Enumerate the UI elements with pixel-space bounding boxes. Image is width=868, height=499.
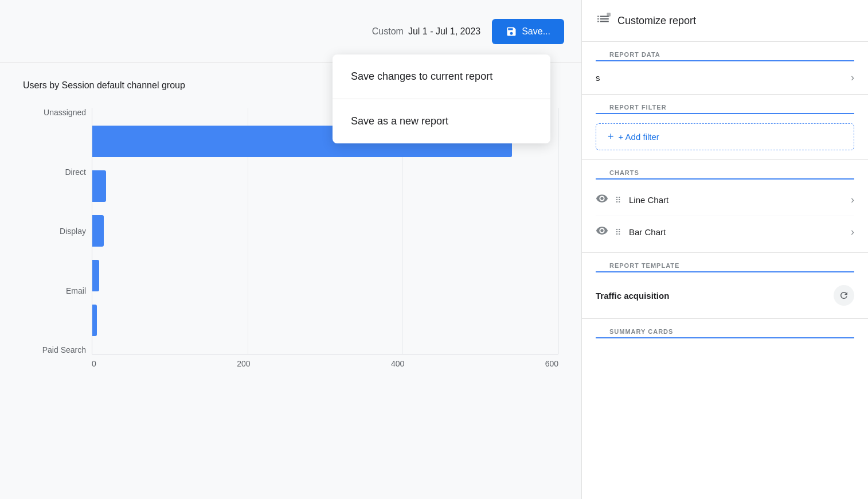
line-chart-eye-icon (596, 192, 608, 208)
template-name: Traffic acquisition (596, 291, 669, 301)
save-button-label: Save... (522, 26, 550, 37)
save-current-report-label: Save changes to current report (351, 71, 492, 83)
bar-chart-label: Bar Chart (629, 227, 844, 237)
bar-chart-row[interactable]: ⠿ Bar Chart › (596, 216, 854, 248)
header-bar: Custom Jul 1 - Jul 1, 2023 Save... Save … (0, 0, 581, 63)
add-filter-button[interactable]: + + Add filter (596, 123, 854, 150)
summary-cards-label: SUMMARY CARDS (609, 328, 840, 335)
line-chart-dots-icon: ⠿ (615, 196, 622, 205)
date-range: Jul 1 - Jul 1, 2023 (408, 26, 480, 37)
y-label-display: Display (23, 227, 86, 236)
y-label-unassigned: Unassigned (23, 108, 86, 117)
line-chart-row[interactable]: ⠿ Line Chart › (596, 184, 854, 216)
panel-title: Customize report (617, 15, 696, 27)
bar-chart-dots-icon: ⠿ (615, 228, 622, 237)
x-label-200: 200 (237, 359, 250, 368)
bar-display (92, 215, 104, 247)
line-chart-chevron: › (851, 194, 854, 206)
report-template-section: REPORT TEMPLATE Traffic acquisition (582, 253, 868, 319)
svg-rect-0 (607, 13, 611, 17)
refresh-template-button[interactable] (834, 285, 854, 306)
add-filter-plus: + (608, 131, 614, 143)
save-dropdown-menu: Save changes to current report Save as a… (333, 54, 550, 143)
report-data-row-1-label: s (596, 73, 600, 83)
bar-row-paid-search (92, 306, 558, 334)
chart-plot (92, 108, 558, 354)
bar-row-email (92, 261, 558, 290)
x-label-600: 600 (545, 359, 558, 368)
filter-section: + + Add filter (582, 114, 868, 160)
date-label: Custom (372, 26, 404, 37)
bar-paid-search (92, 305, 97, 336)
template-row: Traffic acquisition (596, 277, 854, 314)
bar-chart-eye-icon (596, 224, 608, 240)
grid-line-3 (558, 108, 559, 354)
template-content: Traffic acquisition (582, 272, 868, 319)
report-data-label: REPORT DATA (609, 51, 840, 58)
bar-row-direct (92, 172, 558, 201)
line-chart-label: Line Chart (629, 195, 844, 205)
customize-report-icon (596, 11, 611, 30)
report-data-chevron-1: › (851, 72, 854, 84)
right-panel: Customize report REPORT DATA s › REPORT … (581, 0, 868, 499)
save-icon (506, 26, 517, 37)
report-data-rows: s › (582, 61, 868, 95)
panel-header: Customize report (582, 0, 868, 42)
charts-label: CHARTS (609, 169, 840, 176)
template-label: REPORT TEMPLATE (609, 262, 840, 269)
x-label-400: 400 (391, 359, 404, 368)
summary-cards-section: SUMMARY CARDS (582, 319, 868, 338)
refresh-icon (839, 290, 849, 301)
save-current-report-item[interactable]: Save changes to current report (333, 54, 550, 99)
chart-types: ⠿ Line Chart › ⠿ Bar Chart › (582, 180, 868, 253)
add-filter-label: + Add filter (619, 132, 659, 142)
bar-chart-chevron: › (851, 226, 854, 238)
report-filter-label: REPORT FILTER (609, 104, 840, 111)
y-axis: Unassigned Direct Display Email Paid Sea… (23, 108, 92, 354)
y-label-paid-search: Paid Search (23, 345, 86, 354)
save-button[interactable]: Save... (492, 19, 564, 44)
x-axis: 0 200 400 600 (92, 354, 558, 368)
report-filter-section: REPORT FILTER + + Add filter (582, 95, 868, 160)
charts-section: CHARTS ⠿ Line Chart › (582, 160, 868, 253)
bar-row-display (92, 216, 558, 245)
save-new-report-label: Save as a new report (351, 115, 448, 127)
x-label-0: 0 (92, 359, 96, 368)
report-data-row-1[interactable]: s › (596, 61, 854, 94)
y-label-email: Email (23, 286, 86, 295)
report-data-section: REPORT DATA s › (582, 42, 868, 95)
bar-email (92, 260, 99, 291)
y-label-direct: Direct (23, 167, 86, 177)
bar-direct (92, 170, 106, 202)
save-new-report-item[interactable]: Save as a new report (333, 99, 550, 143)
bars-container (92, 108, 558, 354)
